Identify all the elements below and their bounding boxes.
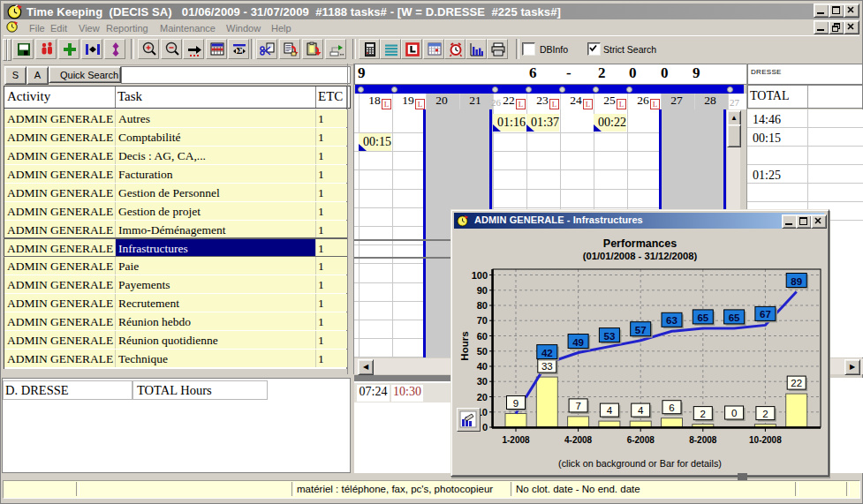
svg-text:65: 65	[697, 312, 708, 323]
svg-text:63: 63	[666, 315, 678, 326]
svg-text:2: 2	[700, 409, 706, 419]
svg-text:0: 0	[731, 408, 737, 418]
svg-text:30: 30	[477, 376, 488, 387]
svg-text:(click on background or Bar fo: (click on background or Bar for details)	[558, 458, 722, 469]
svg-text:50: 50	[477, 346, 488, 357]
svg-text:53: 53	[604, 331, 616, 342]
svg-text:70: 70	[477, 315, 488, 326]
svg-text:6-2008: 6-2008	[627, 435, 655, 445]
svg-text:89: 89	[791, 276, 802, 287]
svg-text:33: 33	[541, 361, 553, 372]
svg-text:9: 9	[513, 398, 519, 409]
svg-text:10-2008: 10-2008	[749, 435, 782, 445]
svg-text:20: 20	[477, 392, 488, 402]
svg-text:4-2008: 4-2008	[564, 435, 593, 445]
svg-text:4: 4	[607, 405, 613, 416]
svg-text:Hours: Hours	[459, 331, 470, 360]
svg-text:100: 100	[472, 270, 488, 281]
svg-text:Performances: Performances	[603, 237, 677, 250]
svg-text:80: 80	[477, 300, 488, 311]
svg-text:Σ: Σ	[236, 45, 242, 56]
svg-text:42: 42	[541, 348, 553, 358]
svg-text:0: 0	[482, 422, 488, 433]
svg-text:7: 7	[575, 401, 580, 411]
svg-text:40: 40	[477, 361, 488, 372]
svg-text:1-2008: 1-2008	[502, 435, 530, 445]
svg-text:2: 2	[762, 409, 768, 419]
svg-text:22: 22	[791, 378, 802, 388]
svg-text:90: 90	[477, 285, 488, 296]
svg-text:60: 60	[477, 331, 488, 342]
svg-text:49: 49	[572, 337, 584, 348]
svg-text:(01/01/2008 - 31/12/2008): (01/01/2008 - 31/12/2008)	[583, 251, 698, 261]
svg-text:65: 65	[729, 312, 740, 323]
svg-text:6: 6	[669, 402, 674, 413]
svg-text:4: 4	[638, 405, 644, 416]
svg-text:8-2008: 8-2008	[689, 435, 717, 445]
svg-text:57: 57	[635, 325, 647, 335]
svg-text:67: 67	[760, 309, 771, 320]
